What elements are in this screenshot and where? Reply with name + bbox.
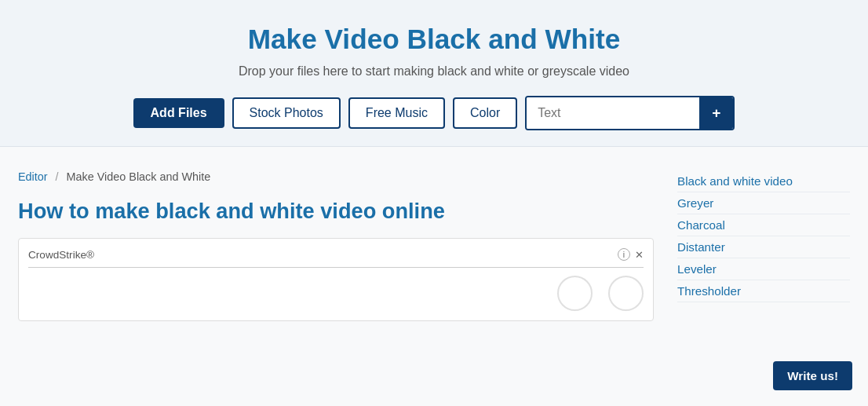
sidebar: Black and white video Greyer Charcoal Di…	[677, 170, 850, 321]
breadcrumb-separator: /	[56, 170, 59, 183]
article-title: How to make black and white video online	[18, 199, 654, 224]
header-section: Make Video Black and White Drop your fil…	[0, 0, 868, 147]
ad-close-icon[interactable]: ✕	[635, 249, 644, 261]
free-music-button[interactable]: Free Music	[348, 97, 445, 129]
sidebar-link-bw[interactable]: Black and white video	[677, 170, 850, 192]
sidebar-link-leveler[interactable]: Leveler	[677, 258, 850, 280]
toolbar: Add Files Stock Photos Free Music Color …	[16, 96, 852, 130]
sidebar-link-greyer[interactable]: Greyer	[677, 192, 850, 214]
ad-circle-2	[608, 276, 644, 311]
stock-photos-button[interactable]: Stock Photos	[232, 97, 341, 129]
ad-box: CrowdStrike® i ✕	[18, 238, 654, 321]
page-subtitle: Drop your files here to start making bla…	[16, 64, 852, 79]
breadcrumb-current: Make Video Black and White	[67, 170, 211, 183]
ad-info-icon[interactable]: i	[618, 248, 630, 261]
ad-icons: i ✕	[618, 248, 644, 261]
color-button[interactable]: Color	[453, 97, 517, 129]
content-area: Editor / Make Video Black and White How …	[2, 147, 866, 345]
sidebar-link-thresholder[interactable]: Thresholder	[677, 280, 850, 302]
ad-circle-1	[557, 276, 593, 311]
breadcrumb-editor-link[interactable]: Editor	[18, 170, 48, 183]
sidebar-link-distanter[interactable]: Distanter	[677, 236, 850, 258]
add-files-button[interactable]: Add Files	[133, 98, 224, 128]
text-add-button[interactable]: +	[699, 97, 733, 129]
page-title: Make Video Black and White	[16, 24, 852, 55]
breadcrumb: Editor / Make Video Black and White	[18, 170, 654, 183]
text-input-wrapper: +	[525, 96, 735, 130]
text-input[interactable]	[527, 97, 699, 129]
ad-top-bar: CrowdStrike® i ✕	[28, 248, 644, 261]
ad-divider	[28, 267, 644, 268]
main-content: Editor / Make Video Black and White How …	[18, 170, 654, 321]
ad-label: CrowdStrike®	[28, 249, 94, 261]
sidebar-link-charcoal[interactable]: Charcoal	[677, 214, 850, 236]
ad-content	[28, 276, 644, 311]
